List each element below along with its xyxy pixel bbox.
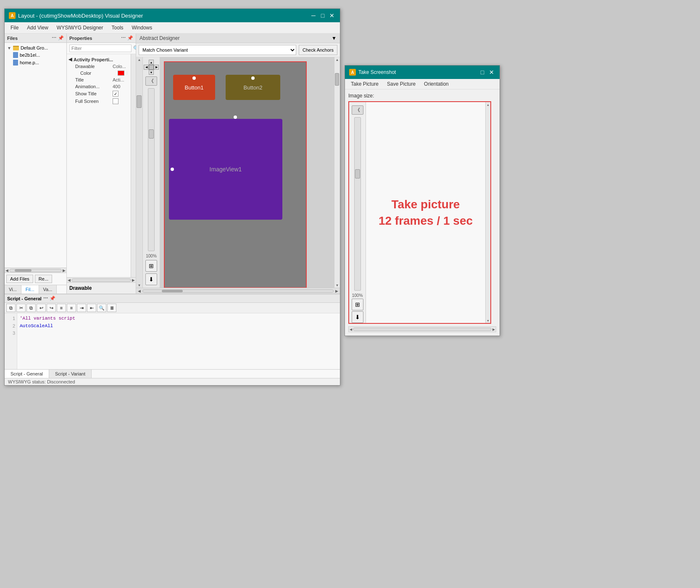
screenshot-zoom-slider[interactable] bbox=[354, 117, 361, 291]
ss-h-scroll-left[interactable]: ◀ bbox=[350, 328, 352, 331]
script-tool-copy[interactable]: ⧉ bbox=[26, 304, 36, 312]
files-pin-icon[interactable]: 📌 bbox=[58, 35, 64, 41]
tree-item-file1[interactable]: be2b1el... bbox=[6, 51, 65, 59]
files-h-scrollbar[interactable]: ◀ ▶ bbox=[5, 268, 66, 273]
download-icon-btn[interactable]: ⬇ bbox=[145, 273, 157, 285]
minimize-button[interactable]: ─ bbox=[310, 12, 317, 19]
canvas-imageview[interactable]: ImageView1 bbox=[169, 119, 282, 220]
files-tabs: Vi... Fil... Va... bbox=[5, 285, 66, 294]
nav-left-button[interactable]: ◀ bbox=[144, 65, 149, 70]
designer-right-scroll[interactable]: ▲ ▼ bbox=[334, 57, 340, 288]
anchor-dot-imageview-top bbox=[234, 116, 237, 119]
filter-input[interactable] bbox=[69, 45, 132, 52]
screenshot-v-scrollbar[interactable]: ▲ ▼ bbox=[485, 102, 490, 323]
script-tool-align1[interactable]: ⇥ bbox=[77, 304, 86, 312]
show-title-checkbox[interactable]: ✓ bbox=[113, 91, 118, 97]
canvas-content: Button1 Button2 ImageView1 bbox=[164, 61, 307, 288]
files-re-button[interactable]: Re... bbox=[35, 275, 52, 283]
menu-windows[interactable]: Windows bbox=[128, 24, 157, 32]
script-tool-1[interactable]: ⧉ bbox=[6, 304, 16, 312]
script-tab-variant[interactable]: Script - Variant bbox=[49, 370, 92, 378]
menu-file[interactable]: File bbox=[6, 24, 23, 32]
zoom-slider[interactable] bbox=[148, 88, 155, 251]
screenshot-download-btn[interactable]: ⬇ bbox=[352, 311, 363, 323]
screenshot-back-button[interactable]: 《 bbox=[352, 105, 363, 115]
ss-scroll-down[interactable]: ▼ bbox=[486, 318, 490, 323]
scroll-down-arrow[interactable]: ▼ bbox=[136, 283, 142, 288]
prop-scroll-right[interactable]: ▶ bbox=[131, 278, 136, 282]
screenshot-close-button[interactable]: ✕ bbox=[488, 68, 495, 76]
prop-drawable-value: Colo... bbox=[113, 64, 127, 69]
full-screen-checkbox[interactable] bbox=[113, 98, 118, 104]
script-tab-general[interactable]: Script - General bbox=[5, 370, 49, 378]
add-files-button[interactable]: Add Files bbox=[6, 275, 33, 283]
canvas-button2[interactable]: Button2 bbox=[226, 75, 280, 100]
script-tool-cut[interactable]: ✂ bbox=[16, 304, 26, 312]
designer-v-scrollbar-top[interactable]: ▲ ▼ bbox=[136, 57, 143, 288]
prop-v-scrollbar[interactable] bbox=[131, 54, 136, 277]
files-panel: Files ⋯ 📌 ▼ Default Gro... be2b1el... bbox=[5, 34, 67, 294]
check-anchors-button[interactable]: Check Anchors bbox=[299, 45, 337, 55]
prop-drawable-row: Drawable Colo... bbox=[68, 63, 129, 70]
designer-scroll-right[interactable]: ▶ bbox=[334, 289, 339, 293]
screenshot-maximize-button[interactable]: □ bbox=[479, 68, 486, 76]
tab-va[interactable]: Va... bbox=[39, 285, 57, 294]
script-content: 1 2 3 'All variants script AutoScaleAll bbox=[5, 313, 340, 369]
ss-h-scroll-right[interactable]: ▶ bbox=[492, 328, 495, 331]
script-tool-indent[interactable]: ≡ bbox=[57, 304, 66, 312]
expand-icon-btn[interactable]: ⊞ bbox=[145, 260, 157, 272]
menu-wysiwyg[interactable]: WYSIWYG Designer bbox=[53, 24, 108, 32]
files-bottom: Add Files Re... bbox=[5, 273, 66, 285]
ss-scroll-up[interactable]: ▲ bbox=[486, 102, 490, 107]
script-pin-icon[interactable]: 📌 bbox=[50, 296, 55, 301]
button2-label: Button2 bbox=[244, 84, 263, 91]
orientation-menu[interactable]: Orientation bbox=[420, 80, 453, 88]
tab-fil[interactable]: Fil... bbox=[21, 285, 39, 294]
tab-vi[interactable]: Vi... bbox=[5, 285, 21, 294]
save-picture-menu[interactable]: Save Picture bbox=[383, 80, 420, 88]
prop-h-scrollbar[interactable]: ◀ ▶ bbox=[67, 277, 136, 282]
back-button[interactable]: 《 bbox=[145, 76, 157, 86]
line-num-3: 3 bbox=[5, 330, 17, 337]
title-bar: A Layout - (cutimgShowMobDesktop) Visual… bbox=[5, 9, 340, 22]
script-tool-align2[interactable]: ⇤ bbox=[87, 304, 96, 312]
tree-item-group[interactable]: ▼ Default Gro... bbox=[6, 45, 65, 51]
prop-show-title-label: Show Title bbox=[75, 91, 111, 96]
script-tool-extra[interactable]: ≣ bbox=[107, 304, 116, 312]
right-scroll-down[interactable]: ▼ bbox=[334, 283, 340, 288]
status-bar: WYSIWYG status: Disconnected bbox=[5, 378, 340, 385]
script-toolbar: ⧉ ✂ ⧉ ↩ ↪ ≡ ≡ ⇥ ⇤ 🔍 ≣ bbox=[5, 303, 340, 313]
menu-tools[interactable]: Tools bbox=[108, 24, 128, 32]
close-button[interactable]: ✕ bbox=[328, 12, 336, 19]
screenshot-expand-btn[interactable]: ⊞ bbox=[352, 299, 363, 310]
menu-add-view[interactable]: Add View bbox=[23, 24, 52, 32]
scroll-right-arrow[interactable]: ▶ bbox=[62, 268, 66, 273]
nav-down-button[interactable]: ▼ bbox=[149, 70, 154, 75]
script-tool-search[interactable]: 🔍 bbox=[97, 304, 106, 312]
prop-group-arrow: ◀ bbox=[68, 57, 72, 62]
tree-file1-label: be2b1el... bbox=[20, 52, 40, 58]
designer-toolbar: Match Chosen Variant Check Anchors bbox=[136, 43, 340, 57]
canvas-button1[interactable]: Button1 bbox=[173, 75, 215, 100]
maximize-button[interactable]: □ bbox=[319, 12, 326, 19]
script-area: Script - General ⋯ 📌 ⧉ ✂ ⧉ ↩ ↪ ≡ ≡ ⇥ ⇤ 🔍… bbox=[5, 294, 340, 378]
prop-panel-tools: ⋯ 📌 bbox=[121, 35, 133, 41]
prop-scroll-left[interactable]: ◀ bbox=[67, 278, 71, 282]
script-tool-redo[interactable]: ↪ bbox=[47, 304, 56, 312]
scroll-left-arrow[interactable]: ◀ bbox=[5, 268, 9, 273]
designer-scroll-left[interactable]: ◀ bbox=[137, 289, 142, 293]
take-picture-menu[interactable]: Take Picture bbox=[347, 80, 383, 88]
code-area[interactable]: 'All variants script AutoScaleAll bbox=[17, 313, 340, 369]
anchor-dot-imageview-left bbox=[171, 168, 174, 171]
script-tool-outdent[interactable]: ≡ bbox=[67, 304, 76, 312]
right-scroll-up[interactable]: ▲ bbox=[334, 57, 340, 62]
screenshot-main-area: Take picture12 frames / 1 sec bbox=[366, 102, 485, 323]
nav-up-button[interactable]: ▲ bbox=[149, 60, 154, 65]
scroll-up-arrow[interactable]: ▲ bbox=[136, 57, 142, 62]
screenshot-h-scrollbar[interactable]: ◀ ▶ bbox=[348, 326, 496, 332]
script-tool-undo[interactable]: ↩ bbox=[37, 304, 46, 312]
nav-right-button[interactable]: ▶ bbox=[154, 65, 159, 70]
prop-pin-icon[interactable]: 📌 bbox=[127, 35, 133, 41]
tree-item-file2[interactable]: home.p... bbox=[6, 59, 65, 66]
variant-dropdown[interactable]: Match Chosen Variant bbox=[139, 45, 296, 55]
